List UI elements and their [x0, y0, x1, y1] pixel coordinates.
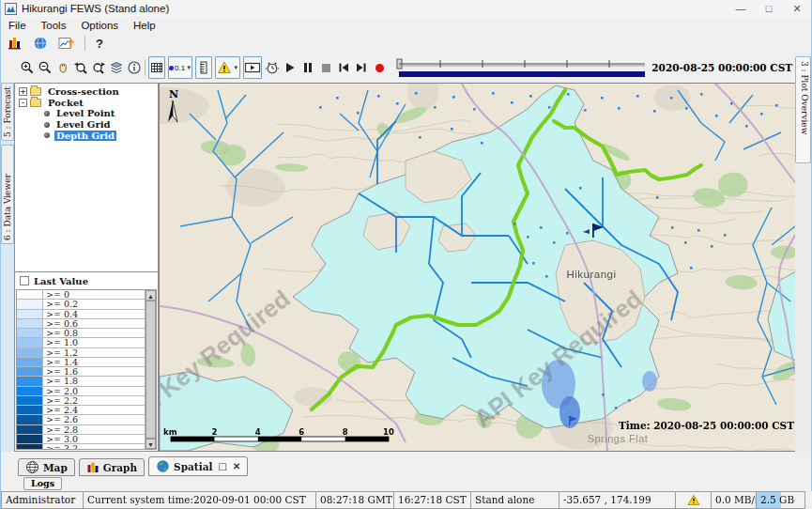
- scroll-thumb[interactable]: [146, 301, 156, 439]
- grid-display-button[interactable]: [148, 56, 165, 79]
- tree-panel: +Cross-section-PocketLevel PointLevel Gr…: [14, 83, 159, 272]
- info-button[interactable]: [127, 56, 142, 79]
- tree-item-depth-grid[interactable]: Depth Grid: [15, 130, 158, 141]
- animation-button[interactable]: [243, 56, 262, 79]
- legend-swatch: [17, 329, 43, 337]
- legend-value: >= 1.6: [43, 367, 78, 376]
- help-icon[interactable]: ?: [96, 37, 103, 51]
- last-value-checkbox[interactable]: [20, 276, 29, 285]
- layers-button[interactable]: [109, 56, 124, 79]
- tab-plot-overview[interactable]: 3 : Plot Overview: [795, 56, 811, 163]
- legend-swatch: [17, 387, 43, 395]
- animation-settings-button[interactable]: [265, 56, 280, 79]
- legend-value: >= 2.4: [43, 406, 78, 414]
- chevron-down-icon: ▼: [186, 65, 192, 70]
- ruler-button[interactable]: [195, 56, 212, 79]
- legend-row: >= 1.4: [17, 358, 145, 367]
- play-button[interactable]: [283, 56, 298, 79]
- explorer-icon[interactable]: [8, 36, 23, 51]
- stop-button[interactable]: [318, 56, 333, 79]
- node-bullet-icon: [44, 111, 50, 116]
- app-icon: [5, 3, 17, 15]
- menu-tools[interactable]: Tools: [41, 20, 67, 31]
- legend-swatch: [17, 415, 43, 424]
- legend-value: >= 2.6: [43, 415, 78, 424]
- zoom-previous-button[interactable]: [73, 56, 88, 79]
- expand-toggle[interactable]: +: [19, 87, 27, 96]
- tab-graph[interactable]: Graph: [79, 458, 145, 476]
- close-button[interactable]: ✕: [783, 1, 811, 16]
- step-forward-button[interactable]: [354, 56, 369, 79]
- legend-row: >= 2.4: [17, 406, 145, 415]
- city-label: Hikurangi: [566, 269, 616, 280]
- legend-row: >= 0.4: [17, 310, 145, 319]
- marker-dot-icon: [169, 66, 174, 70]
- time-span-bar: [399, 71, 645, 77]
- record-button[interactable]: [372, 56, 387, 79]
- menu-bar: File Tools Options Help: [1, 17, 811, 34]
- marker-size-select[interactable]: 0.1▼: [168, 56, 193, 79]
- maximize-button[interactable]: □: [755, 1, 783, 16]
- legend-value: >= 2.8: [43, 425, 78, 434]
- toolbar-separator: [84, 36, 85, 51]
- tree-item-level-point[interactable]: Level Point: [15, 108, 158, 119]
- thresholds-button[interactable]: ▼: [215, 56, 240, 79]
- menu-file[interactable]: File: [8, 20, 26, 31]
- step-back-button[interactable]: [336, 56, 351, 79]
- map-view[interactable]: API Key Required API Key Required Hikura…: [159, 83, 797, 452]
- tab-data-viewer[interactable]: 6 : Data Viewer: [1, 145, 14, 244]
- logs-button[interactable]: Logs: [23, 477, 62, 490]
- left-tab-strip: 5 : Forecast 6 : Data Viewer: [1, 83, 14, 452]
- zoom-out-button[interactable]: [38, 56, 53, 79]
- scroll-up-icon[interactable]: ▲: [146, 290, 156, 301]
- zoom-in-button[interactable]: [20, 56, 35, 79]
- pause-button[interactable]: [300, 56, 315, 79]
- legend-row: >= 0.8: [17, 329, 145, 338]
- legend-value: >= 3.0: [43, 435, 78, 443]
- time-slider[interactable]: [395, 55, 645, 80]
- scale-unit: km: [163, 427, 177, 437]
- tree-item-level-grid[interactable]: Level Grid: [15, 119, 158, 131]
- legend-swatch: [17, 425, 43, 434]
- legend-value: >= 2.2: [43, 396, 78, 405]
- svg-text:10: 10: [383, 427, 394, 437]
- toolbar-separator: [145, 60, 146, 75]
- tree-item-pocket[interactable]: -Pocket: [15, 98, 158, 109]
- map-toolbar: 0.1▼ ▼ 2020-08-25 00:00:00 CST: [1, 53, 811, 83]
- tab-map[interactable]: Map: [18, 458, 75, 476]
- collapse-toggle[interactable]: -: [19, 99, 27, 107]
- legend-swatch: [17, 290, 43, 299]
- left-panel: +Cross-section-PocketLevel PointLevel Gr…: [14, 83, 159, 452]
- title-bar: Hikurangi FEWS (Stand alone) — □ ✕: [1, 0, 811, 17]
- scroll-down-icon[interactable]: ▼: [146, 439, 156, 449]
- globe-icon: [156, 459, 170, 473]
- tree-item-cross-section[interactable]: +Cross-section: [15, 86, 158, 98]
- svg-text:2: 2: [211, 427, 217, 437]
- legend-row: >= 2.2: [17, 396, 145, 406]
- menu-options[interactable]: Options: [81, 20, 118, 31]
- minimize-button[interactable]: —: [727, 1, 755, 16]
- legend-value: >= 1.0: [43, 338, 78, 347]
- status-warning[interactable]: [675, 491, 712, 509]
- menu-help[interactable]: Help: [133, 20, 156, 31]
- status-gmt-time: 08:27:18 GMT: [315, 491, 394, 509]
- tab-spatial[interactable]: Spatial □ ✕: [148, 456, 248, 476]
- chevron-down-icon: ▼: [233, 65, 238, 70]
- legend-value: >= 0.4: [43, 310, 78, 318]
- tab-close-icon[interactable]: ✕: [233, 461, 240, 471]
- last-value-label: Last Value: [34, 276, 88, 286]
- legend-swatch: [17, 319, 43, 328]
- tab-restore-icon[interactable]: □: [218, 461, 226, 471]
- map-display-icon[interactable]: [33, 36, 48, 51]
- legend-swatch: [17, 300, 43, 308]
- timeseries-dialog-icon[interactable]: [58, 36, 74, 51]
- status-bar: AdministratorCurrent system time:2020-09…: [1, 491, 812, 509]
- legend-row: >= 0: [17, 290, 145, 300]
- folder-icon: [30, 87, 41, 96]
- status-mode: Stand alone: [470, 491, 559, 509]
- pan-hand-button[interactable]: [55, 56, 70, 79]
- zoom-next-button[interactable]: [91, 56, 106, 79]
- tab-forecast[interactable]: 5 : Forecast: [1, 83, 14, 141]
- legend-swatch: [17, 338, 43, 347]
- legend-scrollbar[interactable]: ▲ ▼: [145, 290, 156, 449]
